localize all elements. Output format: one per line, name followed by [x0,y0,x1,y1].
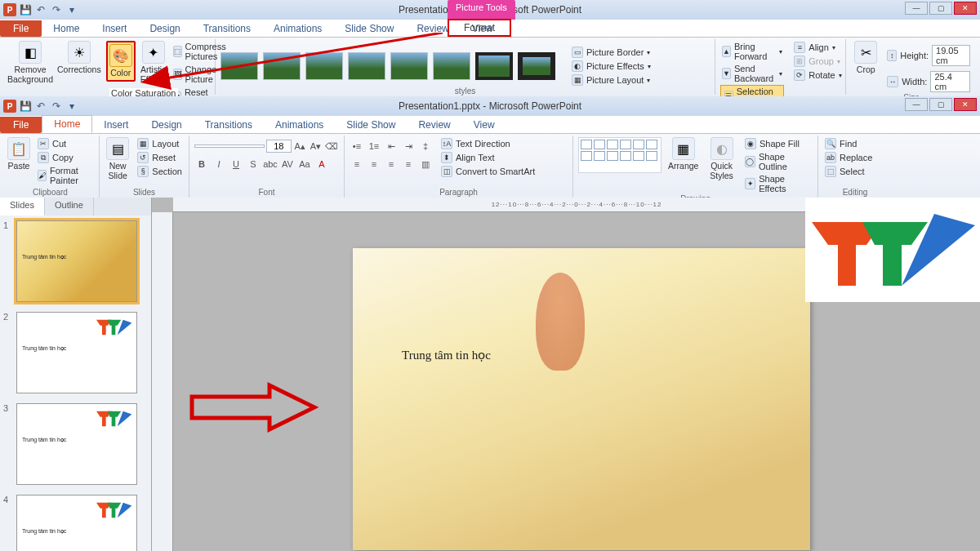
style-thumb-7[interactable] [475,52,513,80]
thumb-1[interactable]: 1 Trung tâm tin học [3,220,148,302]
new-slide-button[interactable]: ▤New Slide [105,137,131,180]
remove-background-button[interactable]: ◧ Remove Background [8,41,52,84]
tab-home[interactable]: Home [42,20,91,37]
undo-icon[interactable]: ↶ [34,100,47,113]
layout-button[interactable]: ▦Layout [136,137,184,150]
maximize-button[interactable]: ▢ [929,2,952,15]
style-thumb-5[interactable] [390,52,428,80]
find-icon: 🔍 [825,138,836,149]
reset-button[interactable]: ↺Reset [136,151,184,164]
minimize-button[interactable]: — [905,2,928,15]
change-case-icon[interactable]: Aa [297,157,312,171]
close-button[interactable]: ✕ [954,98,977,111]
tab-file[interactable]: File [0,20,42,37]
style-thumb-8[interactable] [518,52,555,80]
replace-button[interactable]: abReplace [823,151,887,164]
tab-transitions[interactable]: Transitions [192,20,262,37]
picture-tools-context-tab[interactable]: Picture Tools [448,0,515,20]
save-icon[interactable]: 💾 [19,100,32,113]
tab-insert[interactable]: Insert [92,117,140,133]
corrections-button[interactable]: ☀ Corrections [57,41,101,75]
tab-animations[interactable]: Animations [264,117,335,133]
tab-view[interactable]: View [462,117,506,133]
width-field[interactable]: ↔Width: 25.4 cm [885,70,972,93]
numbering-icon[interactable]: 1≡ [367,139,381,153]
find-button[interactable]: 🔍Find [823,137,887,150]
rotate-button[interactable]: ⟳Rotate ▾ [792,69,843,82]
align-left-icon[interactable]: ≡ [350,157,364,171]
style-thumb-6[interactable] [433,52,470,80]
shapes-gallery[interactable] [578,137,662,173]
shadow-icon[interactable]: abc [263,157,278,171]
paste-icon: 📋 [7,137,30,160]
style-thumb-1[interactable] [220,52,258,80]
tab-insert[interactable]: Insert [91,20,138,37]
tab-transitions[interactable]: Transitions [194,117,264,133]
tab-design[interactable]: Design [140,117,193,133]
ruler-vertical [152,212,173,551]
thumb-4[interactable]: 4 Trung tâm tin học [3,495,148,551]
tab-home[interactable]: Home [42,115,92,133]
panel-tab-outline[interactable]: Outline [45,198,94,216]
thumb-2[interactable]: 2 Trung tâm tin học [3,312,148,393]
bold-icon[interactable]: B [194,157,209,171]
style-thumb-3[interactable] [305,52,343,80]
char-spacing-icon[interactable]: AV [280,157,295,171]
qat-more-icon[interactable]: ▾ [65,3,78,16]
select-button[interactable]: ⬚Select [823,165,887,178]
artistic-effects-button[interactable]: ✦ Artistic Effects [140,41,167,84]
strike-icon[interactable]: S [246,157,261,171]
picture-border-button[interactable]: ▭Picture Border ▾ [570,46,653,59]
close-button[interactable]: ✕ [954,2,977,15]
slide-canvas[interactable]: Trung tâm tin học [353,248,810,550]
increase-font-icon[interactable]: A▴ [293,139,307,153]
indent-dec-icon[interactable]: ⇤ [384,139,399,153]
tab-file[interactable]: File [0,117,42,133]
align-right-icon[interactable]: ≡ [384,157,399,171]
picture-styles-gallery[interactable]: ▭Picture Border ▾ ◐Picture Effects ▾ ▦Pi… [220,41,710,87]
tab-design[interactable]: Design [138,20,191,37]
style-thumb-2[interactable] [263,52,301,80]
slide-thumbnails[interactable]: 1 Trung tâm tin học 2 Trung tâm tin học … [0,216,151,551]
color-button[interactable]: 🎨 Color [106,41,136,82]
columns-icon[interactable]: ▥ [418,157,433,171]
style-thumb-4[interactable] [348,52,385,80]
crop-button[interactable]: ✂ Crop [851,41,880,75]
tab-format[interactable]: Format [448,19,511,37]
paste-button[interactable]: 📋Paste [7,137,31,171]
minimize-button[interactable]: — [905,98,928,111]
tab-animations[interactable]: Animations [262,20,333,37]
save-icon[interactable]: 💾 [19,3,32,16]
underline-icon[interactable]: U [229,157,243,171]
align-button[interactable]: ≡Align ▾ [792,41,843,54]
decrease-font-icon[interactable]: A▾ [309,139,323,153]
clear-format-icon[interactable]: ⌫ [324,139,339,153]
panel-tab-slides[interactable]: Slides [0,198,45,216]
tab-review[interactable]: Review [407,117,461,133]
italic-icon[interactable]: I [212,157,226,171]
tab-slideshow[interactable]: Slide Show [335,117,407,133]
redo-icon[interactable]: ↷ [50,3,63,16]
tab-slideshow[interactable]: Slide Show [333,20,405,37]
indent-inc-icon[interactable]: ⇥ [401,139,416,153]
justify-icon[interactable]: ≡ [401,157,416,171]
picture-effects-button[interactable]: ◐Picture Effects ▾ [570,60,653,73]
font-color-icon[interactable]: A [314,157,329,171]
redo-icon[interactable]: ↷ [50,100,63,113]
undo-icon[interactable]: ↶ [34,3,47,16]
section-button[interactable]: §Section [136,165,184,178]
line-spacing-icon[interactable]: ‡ [418,139,433,153]
align-center-icon[interactable]: ≡ [367,157,381,171]
send-backward-button[interactable]: ▼Send Backward ▾ [720,63,784,84]
font-family-combo[interactable] [194,144,265,148]
bullets-icon[interactable]: •≡ [350,139,364,153]
maximize-button[interactable]: ▢ [929,98,952,111]
height-field[interactable]: ↕Height: 19.05 cm [885,44,972,67]
thumb-3[interactable]: 3 Trung tâm tin học [3,403,148,485]
arrange-button[interactable]: ▦Arrange [666,137,700,171]
qat-more-icon[interactable]: ▾ [65,100,78,113]
slide-title-text[interactable]: Trung tâm tin học [402,348,491,362]
bring-forward-button[interactable]: ▲Bring Forward ▾ [720,41,784,62]
picture-layout-button[interactable]: ▦Picture Layout ▾ [570,73,653,87]
font-size-combo[interactable]: 18 [266,140,292,153]
